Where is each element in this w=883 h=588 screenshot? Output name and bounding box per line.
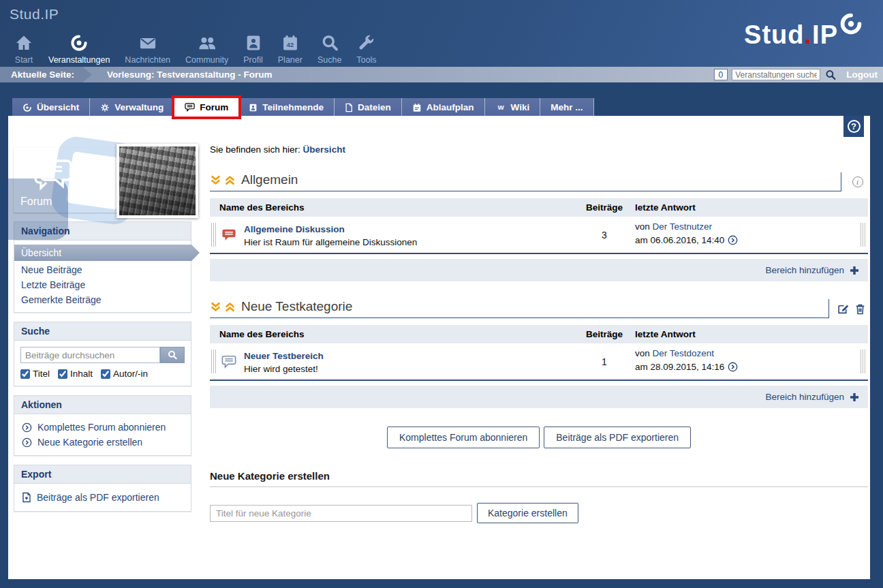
svg-text:W: W	[497, 104, 504, 111]
action-new-category[interactable]: Neue Kategorie erstellen	[21, 435, 184, 450]
logo-text: Stud	[744, 20, 804, 50]
area-link[interactable]: Allgemeine Diskussion	[244, 224, 345, 234]
main-nav: Start Veranstaltungen Nachrichten Commun…	[7, 33, 384, 65]
pdf-export-icon	[22, 492, 31, 503]
goto-last-post-icon[interactable]	[728, 362, 738, 376]
tab-ablaufplan[interactable]: Ablaufplan	[402, 98, 485, 117]
site-title: Stud.IP	[10, 6, 59, 22]
arrow-circle-icon	[22, 437, 32, 448]
area-unread-bubble-icon	[221, 228, 236, 243]
search-submit-icon[interactable]	[824, 69, 837, 81]
course-avatar-photo	[117, 144, 198, 218]
tab-verwaltung[interactable]: Verwaltung	[90, 98, 174, 117]
category-title: Neue Testkategorie	[241, 299, 352, 314]
nav-item-start[interactable]: Start	[7, 33, 41, 65]
content-panel: ? Forum Navigation Übersicht Neue Beiträ…	[8, 116, 870, 579]
breadcrumb-current-page: Vorlesung: Testveranstaltung - Forum	[107, 69, 273, 80]
area-description: Hier wird getestet!	[244, 364, 324, 374]
new-category-form: Kategorie erstellen	[210, 503, 868, 523]
filter-titel-checkbox[interactable]	[20, 369, 30, 379]
filter-autor-checkbox[interactable]	[101, 369, 110, 379]
actions-box-title: Aktionen	[14, 396, 191, 414]
subscribe-forum-button[interactable]: Komplettes Forum abonnieren	[387, 427, 540, 448]
filter-autor[interactable]: Autor/-in	[101, 369, 148, 379]
expand-all-icon[interactable]	[224, 174, 236, 186]
drag-handle[interactable]	[861, 223, 867, 247]
sidebar-item-neue-beitraege[interactable]: Neue Beiträge	[14, 262, 191, 277]
forum-search-button[interactable]	[160, 347, 185, 363]
new-category-title-input[interactable]	[210, 505, 472, 522]
filter-titel[interactable]: Titel	[20, 369, 50, 379]
export-pdf-button[interactable]: Beiträge als PDF exportieren	[544, 427, 691, 448]
action-subscribe-forum[interactable]: Komplettes Forum abonnieren	[21, 420, 184, 435]
category-header-allgemein: Allgemein i	[210, 172, 868, 191]
sidebar-item-letzte-beitraege[interactable]: Letzte Beiträge	[14, 277, 191, 292]
logo-text-2: IP	[812, 20, 838, 50]
tab-dateien[interactable]: Dateien	[335, 98, 402, 117]
export-box-title: Export	[14, 465, 191, 484]
sidebar-search-box: Suche Titel Inhalt Autor/-in	[14, 322, 191, 386]
collapse-all-icon[interactable]	[210, 174, 221, 186]
tab-mehr[interactable]: Mehr ...	[540, 98, 593, 117]
file-icon	[345, 103, 353, 112]
author-link[interactable]: Der Testnutzer	[653, 221, 713, 232]
category-title: Allgemein	[241, 172, 298, 187]
nav-item-nachrichten[interactable]: Nachrichten	[117, 33, 178, 65]
action-export-pdf[interactable]: Beiträge als PDF exportieren	[21, 490, 184, 505]
mail-icon	[138, 33, 157, 53]
area-link[interactable]: Neuer Testbereich	[244, 351, 324, 361]
nav-item-suche[interactable]: Suche	[310, 33, 349, 65]
nav-item-veranstaltungen[interactable]: Veranstaltungen	[41, 33, 117, 65]
area-bubble-icon	[221, 354, 236, 369]
add-area-link[interactable]: Bereich hinzufügen	[765, 392, 860, 403]
schedule-icon	[412, 103, 422, 112]
nav-item-community[interactable]: Community	[178, 33, 236, 65]
location-line: Sie befinden sich hier: Übersicht	[210, 144, 868, 155]
tab-wiki[interactable]: W Wiki	[485, 98, 541, 117]
collapse-all-icon[interactable]	[210, 301, 221, 313]
nav-item-tools[interactable]: Tools	[349, 33, 384, 65]
drag-handle[interactable]	[211, 223, 217, 247]
course-search-input[interactable]	[732, 69, 820, 80]
calendar-icon: 42	[281, 33, 300, 53]
tab-teilnehmende[interactable]: Teilnehmende	[238, 98, 335, 117]
tab-forum[interactable]: Forum	[174, 98, 238, 117]
category-footer: Bereich hinzufügen	[210, 259, 868, 281]
wrench-icon	[357, 33, 376, 53]
area-last-reply: von Der Testdozent am 28.09.2015, 14:16	[635, 347, 868, 375]
forum-actions-row: Komplettes Forum abonnieren Beiträge als…	[210, 427, 868, 448]
logo-dot: .	[805, 20, 813, 50]
filter-inhalt-checkbox[interactable]	[58, 369, 67, 379]
goto-last-post-icon[interactable]	[728, 235, 738, 249]
location-uebersicht-link[interactable]: Übersicht	[303, 144, 345, 155]
logo-spiral-icon	[839, 12, 863, 35]
info-icon[interactable]: i	[852, 176, 863, 187]
forum-search-input[interactable]	[20, 347, 160, 363]
breadcrumb-label: Aktuelle Seite:	[0, 67, 92, 82]
nav-item-profil[interactable]: Profil	[236, 33, 270, 65]
studip-logo: Stud.IP	[744, 20, 863, 50]
expand-all-icon[interactable]	[224, 301, 236, 313]
add-area-link[interactable]: Bereich hinzufügen	[765, 265, 860, 276]
delete-category-icon[interactable]	[855, 303, 865, 315]
drag-handle[interactable]	[211, 350, 217, 373]
table-row: Allgemeine Diskussion Hier ist Raum für …	[210, 217, 868, 254]
edit-category-icon[interactable]	[837, 303, 849, 315]
notification-counter[interactable]: 0	[714, 69, 728, 80]
breadcrumb-bar: Aktuelle Seite: Vorlesung: Testveranstal…	[0, 67, 883, 82]
sidebar-context-title: Forum	[20, 196, 52, 208]
sidebar-item-uebersicht[interactable]: Übersicht	[14, 245, 200, 261]
drag-handle[interactable]	[861, 350, 867, 373]
masthead: Stud.IP Stud.IP Start Veranstaltungen Na…	[0, 0, 883, 67]
gear-icon	[100, 103, 110, 112]
table-header-row: Name des Bereichs Beiträge letzte Antwor…	[210, 325, 868, 343]
author-link[interactable]: Der Testdozent	[653, 348, 715, 358]
area-post-count: 3	[574, 230, 635, 241]
filter-inhalt[interactable]: Inhalt	[58, 369, 93, 379]
sidebar-item-gemerkte-beitraege[interactable]: Gemerkte Beiträge	[14, 292, 191, 307]
nav-item-planer[interactable]: 42 Planer	[270, 33, 310, 65]
logout-link[interactable]: Logout	[846, 69, 878, 80]
category-table-allgemein: Name des Bereichs Beiträge letzte Antwor…	[210, 198, 868, 281]
tab-uebersicht[interactable]: Übersicht	[12, 98, 90, 117]
create-category-button[interactable]: Kategorie erstellen	[477, 503, 578, 523]
